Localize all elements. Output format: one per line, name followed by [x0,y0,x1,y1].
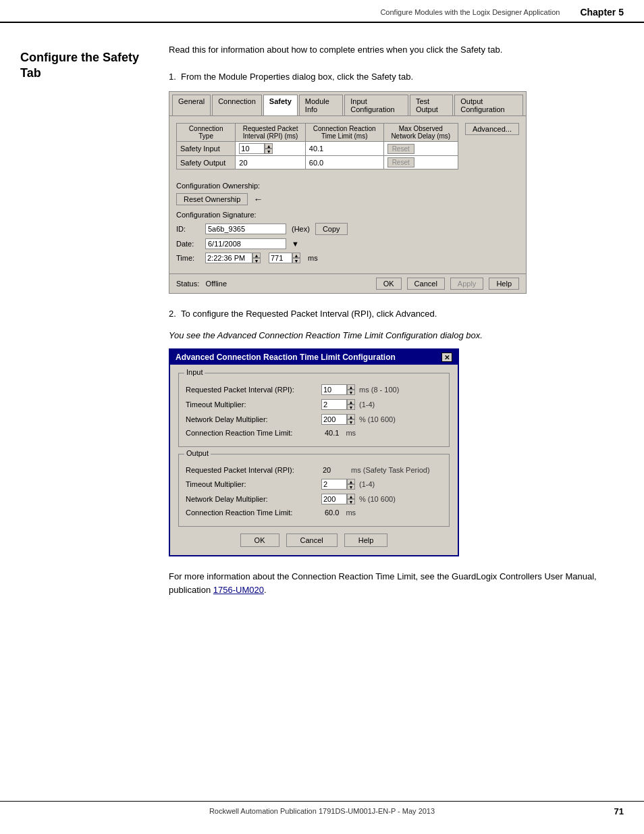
dialog-tabs: General Connection Safety Module Info In… [169,92,526,116]
tab-connection[interactable]: Connection [212,95,262,115]
output-network-up[interactable]: ▲ [347,494,355,499]
time-up[interactable]: ▲ [252,253,261,258]
adv-cancel-btn[interactable]: Cancel [286,533,338,547]
input-timeout-hint: (1-4) [359,400,375,409]
input-rpi-down[interactable]: ▼ [347,390,355,395]
output-reaction-value: 60.0 [325,509,339,517]
intro-text: Read this for information about how to c… [169,43,624,57]
output-timeout-up[interactable]: ▲ [347,479,355,484]
advanced-dialog-header: Advanced Connection Reaction Time Limit … [170,350,458,365]
tab-general[interactable]: General [172,95,211,115]
tab-module-info[interactable]: Module Info [299,95,343,115]
input-timeout-row: Timeout Multiplier: 2 ▲ ▼ (1-4) [186,399,442,410]
input-timeout-down[interactable]: ▼ [347,405,355,410]
input-network-hint: % (10 600) [359,415,396,423]
tab-test-output[interactable]: Test Output [410,95,453,115]
input-network-spinner[interactable]: 200 ▲ ▼ [321,414,355,425]
input-timeout-spinner[interactable]: 2 ▲ ▼ [321,399,355,410]
closing-end: . [264,585,267,595]
step-2-text: 2. To configure the Requested Packet Int… [169,307,624,321]
ok-btn[interactable]: OK [376,278,402,290]
id-label: ID: [176,225,200,233]
reset-ownership-btn[interactable]: Reset Ownership [176,193,248,205]
input-rpi-row: Requested Packet Interval (RPI): 10 ▲ ▼ … [186,384,442,395]
copy-btn[interactable]: Copy [315,223,348,235]
tab-output-config[interactable]: Output Configuration [454,95,523,115]
date-label: Date: [176,240,200,248]
safety-input-reset-btn[interactable]: Reset [387,144,414,154]
advanced-button[interactable]: Advanced... [465,123,519,135]
safety-input-reaction: 40.1 [305,142,383,156]
output-timeout-spinner[interactable]: 2 ▲ ▼ [321,479,355,490]
input-rpi-label: Requested Packet Interval (RPI): [186,386,317,394]
id-input[interactable] [205,224,286,234]
closing-link[interactable]: 1756-UM020 [213,585,264,595]
page-header: Configure Modules with the Logix Designe… [0,0,644,23]
output-rpi-hint: ms (Safety Task Period) [351,466,430,474]
safety-output-reset-btn[interactable]: Reset [387,157,414,167]
adv-ok-btn[interactable]: OK [240,533,279,547]
safety-dialog: General Connection Safety Module Info In… [169,91,527,294]
table-row: Safety Output 20 60.0 Reset [177,156,458,170]
output-network-spinner[interactable]: 200 ▲ ▼ [321,494,355,504]
adv-help-btn[interactable]: Help [344,533,388,547]
page-container: Configure Modules with the Logix Designe… [0,0,644,834]
sig-date-row: Date: ▼ [176,238,519,249]
output-rpi-value: 20 [321,465,347,475]
output-network-down[interactable]: ▼ [347,499,355,504]
col-delay: Max ObservedNetwork Delay (ms) [383,124,458,142]
ms-spinner: 771 ▲ ▼ [269,253,300,263]
output-network-hint: % (10 600) [359,495,396,503]
page-footer: Rockwell Automation Publication 1791DS-U… [0,801,644,820]
output-timeout-label: Timeout Multiplier: [186,480,317,488]
step-1: 1. From the Module Properties dialog box… [169,70,624,294]
header-chapter: Chapter 5 [580,7,624,18]
closing-text: For more information about the Connectio… [169,570,624,596]
col-reaction: Connection ReactionTime Limit (ms) [305,124,383,142]
input-reaction-value: 40.1 [325,429,339,437]
input-reaction-label: Connection Reaction Time Limit: [186,429,317,437]
rpi-down[interactable]: ▼ [265,149,273,154]
step-2: 2. To configure the Requested Packet Int… [169,307,624,596]
safety-output-label: Safety Output [177,156,236,170]
apply-btn[interactable]: Apply [450,278,484,290]
sig-id-row: ID: (Hex) Copy [176,223,519,235]
input-network-label: Network Delay Multiplier: [186,415,317,423]
config-signature-label: Configuration Signature: [176,211,519,219]
safety-output-delay: Reset [383,156,458,170]
input-timeout-up[interactable]: ▲ [347,399,355,405]
rpi-up[interactable]: ▲ [265,143,273,149]
safety-input-rpi: 10 ▲ ▼ [236,142,305,156]
output-timeout-row: Timeout Multiplier: 2 ▲ ▼ (1-4) [186,479,442,490]
time-down[interactable]: ▼ [252,258,261,263]
date-input[interactable] [205,238,286,249]
step-1-number: 1. [169,72,176,82]
time-spinner: 2:22:36 PM ▲ ▼ [205,253,261,263]
left-sidebar: Configure the Safety Tab [20,43,169,610]
close-icon[interactable]: ✕ [441,353,452,362]
rpi-spinner[interactable]: 10 ▲ ▼ [239,143,273,154]
cancel-btn[interactable]: Cancel [407,278,445,290]
step-2-label: To configure the Requested Packet Interv… [181,309,437,319]
header-nav-text: Configure Modules with the Logix Designe… [380,8,560,16]
ms-up[interactable]: ▲ [292,253,300,258]
config-ownership-label: Configuration Ownership: [176,182,519,190]
input-rpi-spinner[interactable]: 10 ▲ ▼ [321,384,355,395]
output-rpi-label: Requested Packet Interval (RPI): [186,466,317,474]
safety-table: ConnectionType Requested PacketInterval … [176,123,458,170]
table-section: ConnectionType Requested PacketInterval … [176,123,458,176]
tab-safety[interactable]: Safety [263,95,298,115]
input-reaction-unit: ms [346,429,356,437]
input-network-up[interactable]: ▲ [347,414,355,419]
tab-input-config[interactable]: Input Configuration [344,95,408,115]
input-reaction-row: Connection Reaction Time Limit: 40.1 ms [186,429,442,437]
ms-down[interactable]: ▼ [292,258,300,263]
input-network-down[interactable]: ▼ [347,419,355,425]
step-1-text: 1. From the Module Properties dialog box… [169,70,624,84]
help-btn[interactable]: Help [489,278,519,290]
output-timeout-down[interactable]: ▼ [347,484,355,490]
footer-publication: Rockwell Automation Publication 1791DS-U… [209,807,435,815]
ms-value: 771 [269,253,292,263]
input-rpi-up[interactable]: ▲ [347,384,355,390]
date-dropdown-icon[interactable]: ▼ [292,240,299,248]
